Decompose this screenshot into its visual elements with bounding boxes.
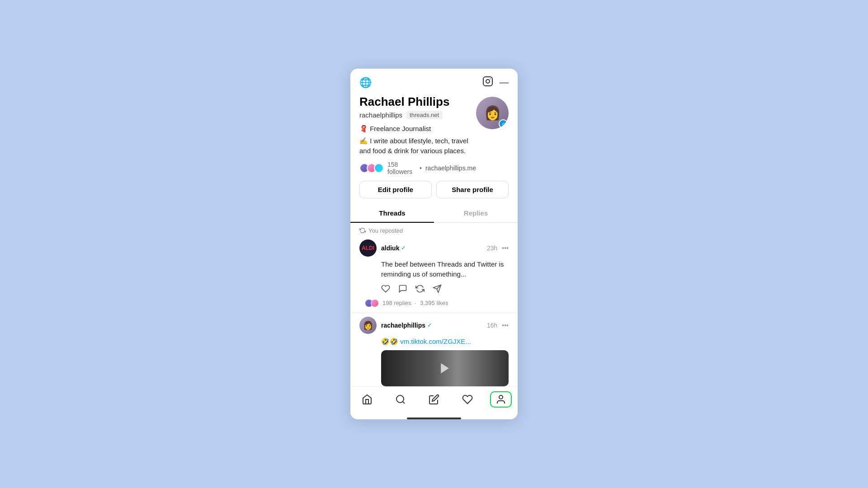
svg-point-8 xyxy=(499,395,503,399)
post-username-1[interactable]: aldiuk xyxy=(381,244,399,252)
feed: You reposted ALDI aldiuk ✓ 23h ••• xyxy=(350,223,518,387)
profile-handle-row: rachaelphillips threads.net xyxy=(359,111,476,119)
stat-separator: · xyxy=(415,300,417,306)
profile-bio: 🧣 Freelance Journalist ✍️ I write about … xyxy=(359,124,476,156)
stat-replies[interactable]: 198 replies xyxy=(382,300,411,306)
post-username-2[interactable]: rachaelphillips xyxy=(381,322,425,329)
post-time-more-2: 16h ••• xyxy=(487,322,509,329)
menu-icon[interactable]: — xyxy=(500,77,509,88)
video-thumbnail[interactable] xyxy=(381,350,509,386)
post-user-info-2: 👩 rachaelphillips ✓ xyxy=(359,317,432,334)
profile-followers: 158 followers • rachaelphillips.me xyxy=(359,161,476,175)
bio-line2: ✍️ I write about lifestyle, tech, travel… xyxy=(359,136,476,156)
repost-icon[interactable] xyxy=(415,284,425,296)
post-time-more-1: 23h ••• xyxy=(487,244,509,252)
followers-separator: • xyxy=(420,164,422,172)
repost-label: You reposted xyxy=(350,223,518,236)
svg-point-2 xyxy=(490,78,491,79)
globe-icon[interactable]: 🌐 xyxy=(359,77,372,89)
home-indicator xyxy=(407,418,461,419)
svg-marker-5 xyxy=(441,363,449,374)
post-time-1: 23h xyxy=(487,244,497,252)
post-avatar-1[interactable]: ALDI xyxy=(359,239,377,257)
instagram-icon[interactable] xyxy=(482,76,493,89)
post-more-icon-2[interactable]: ••• xyxy=(502,322,509,329)
profile-website[interactable]: rachaelphillips.me xyxy=(425,164,476,172)
repost-text: You reposted xyxy=(368,227,403,234)
nav-profile[interactable] xyxy=(490,391,512,408)
tab-threads[interactable]: Threads xyxy=(350,204,434,222)
post-avatar-2[interactable]: 👩 xyxy=(359,317,377,334)
post-header-1: ALDI aldiuk ✓ 23h ••• xyxy=(359,239,509,257)
edit-profile-button[interactable]: Edit profile xyxy=(359,181,432,198)
followers-count[interactable]: 158 followers xyxy=(387,161,416,175)
table-row: ALDI aldiuk ✓ 23h ••• The beef between T… xyxy=(350,236,518,313)
verified-badge: ✓ xyxy=(499,119,508,128)
svg-rect-0 xyxy=(483,77,492,86)
verified-icon-2: ✓ xyxy=(427,322,432,328)
post-link-2[interactable]: vm.tiktok.com/ZGJXE... xyxy=(400,338,471,345)
like-icon[interactable] xyxy=(381,284,390,296)
post-more-icon-1[interactable]: ••• xyxy=(502,244,509,252)
post-content-2: 🤣🤣 vm.tiktok.com/ZGJXE... xyxy=(381,337,509,347)
verified-icon-1: ✓ xyxy=(401,244,406,251)
nav-compose[interactable] xyxy=(423,392,445,407)
follower-avatars xyxy=(359,163,384,173)
list-item: 👩 rachaelphillips ✓ 16h ••• 🤣🤣 vm.tiktok… xyxy=(350,313,518,387)
share-profile-button[interactable]: Share profile xyxy=(436,181,509,198)
nav-notifications[interactable] xyxy=(457,392,478,407)
post-header-2: 👩 rachaelphillips ✓ 16h ••• xyxy=(359,317,509,334)
comment-icon[interactable] xyxy=(398,284,407,296)
svg-point-1 xyxy=(486,80,490,83)
share-icon[interactable] xyxy=(433,284,442,296)
action-buttons: Edit profile Share profile xyxy=(350,181,518,204)
stat-avatars xyxy=(365,299,379,307)
video-thumb-inner xyxy=(381,350,509,386)
top-right-icons: — xyxy=(482,76,509,89)
avatar: 👩 ✓ xyxy=(476,97,509,129)
post-username-row-2: rachaelphillips ✓ xyxy=(381,322,432,329)
post-content-1: The beef between Threads and Twitter is … xyxy=(381,259,509,280)
post-user-info-1: ALDI aldiuk ✓ xyxy=(359,239,406,257)
post-stats-1: 198 replies · 3,395 likes xyxy=(359,299,509,307)
bottom-nav xyxy=(350,386,518,415)
post-emojis-2: 🤣🤣 xyxy=(381,338,398,345)
svg-line-7 xyxy=(403,402,405,404)
nav-home[interactable] xyxy=(356,392,378,407)
tabs-row: Threads Replies xyxy=(350,204,518,223)
top-bar: 🌐 — xyxy=(350,69,518,93)
profile-domain-badge[interactable]: threads.net xyxy=(406,111,443,119)
tab-replies[interactable]: Replies xyxy=(434,204,518,222)
post-time-2: 16h xyxy=(487,322,497,329)
phone-frame: 🌐 — Rachael Phillips rachaelphillips thr… xyxy=(350,69,518,419)
follower-avatar-3 xyxy=(374,163,384,173)
profile-header: Rachael Phillips rachaelphillips threads… xyxy=(350,93,518,181)
profile-info: Rachael Phillips rachaelphillips threads… xyxy=(359,95,476,175)
profile-name: Rachael Phillips xyxy=(359,95,476,109)
stat-avatar-2 xyxy=(371,299,379,307)
nav-search[interactable] xyxy=(390,392,411,407)
profile-handle: rachaelphillips xyxy=(359,111,402,119)
stat-likes[interactable]: 3,395 likes xyxy=(420,300,448,306)
post-actions-1 xyxy=(381,284,509,296)
svg-point-6 xyxy=(396,395,404,403)
post-username-row-1: aldiuk ✓ xyxy=(381,244,406,252)
bio-line1: 🧣 Freelance Journalist xyxy=(359,124,476,134)
